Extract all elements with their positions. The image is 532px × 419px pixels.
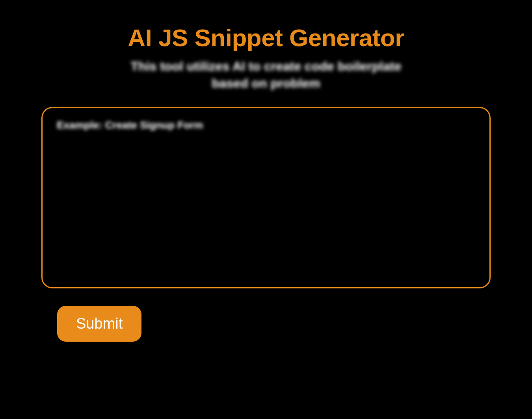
page-subtitle: This tool utilizes AI to create code boi… (128, 58, 404, 92)
page-title: AI JS Snippet Generator (128, 24, 404, 52)
submit-button[interactable]: Submit (57, 306, 141, 342)
prompt-input[interactable] (41, 107, 491, 288)
